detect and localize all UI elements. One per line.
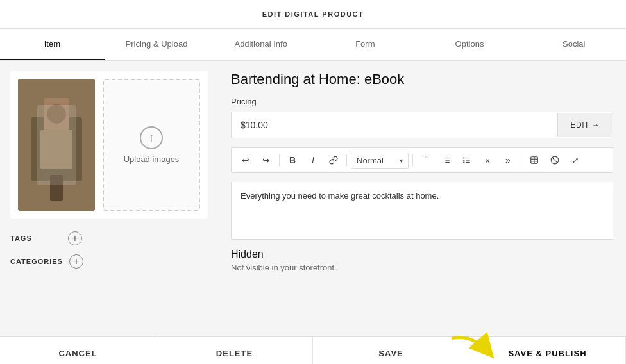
svg-rect-5 [50,175,63,201]
main-content: ↑ Upload images TAGS + CATEGORIES + Bart… [0,61,626,336]
right-panel: Bartending at Home: eBook Pricing EDIT →… [218,61,626,336]
hidden-title: Hidden [231,249,613,260]
toolbar-separator-3 [412,154,413,166]
page-header: EDIT DIGITAL PRODUCT [0,0,626,29]
pricing-section: Pricing EDIT → [231,97,613,138]
upload-box[interactable]: ↑ Upload images [103,79,200,211]
upload-text: Upload images [124,154,180,164]
link-button[interactable] [325,153,343,167]
save-publish-button[interactable]: SAVE & PUBLISH [470,337,626,364]
meta-section: TAGS + CATEGORIES + [10,231,208,269]
tags-row: TAGS + [10,231,208,245]
indent-out-button[interactable]: « [478,153,496,168]
dropdown-chevron-icon: ▾ [400,157,403,164]
tab-additional-info[interactable]: Additional Info [208,29,313,60]
svg-rect-1 [31,117,82,181]
pricing-label: Pricing [231,97,613,106]
tab-social[interactable]: Social [521,29,626,60]
bold-button[interactable]: B [283,153,301,168]
style-dropdown[interactable]: Normal ▾ [351,153,409,169]
tab-form[interactable]: Form [313,29,418,60]
svg-point-13 [464,160,464,160]
tab-bar: Item Pricing & Upload Additional Info Fo… [0,29,626,61]
unordered-list-button[interactable] [458,153,476,167]
indent-in-button[interactable]: » [499,153,517,168]
tab-options[interactable]: Options [418,29,522,60]
hidden-section: Hidden Not visible in your storefront. [231,249,613,272]
cancel-button[interactable]: CANCEL [0,337,156,364]
description-text-area[interactable]: Everything you need to make great cockta… [231,182,613,240]
svg-line-20 [552,158,557,163]
categories-label: CATEGORIES [10,258,63,265]
add-tag-button[interactable]: + [68,231,82,245]
text-toolbar: ↩ ↪ B I Normal ▾ " [231,147,613,173]
italic-button[interactable]: I [304,153,322,168]
svg-point-4 [47,104,66,124]
toolbar-separator-1 [279,154,280,166]
svg-point-14 [464,162,464,163]
save-button[interactable]: SAVE [313,337,470,364]
product-image [18,79,95,211]
tab-item[interactable]: Item [0,29,105,60]
toolbar-separator-4 [521,154,521,166]
price-row: EDIT → [231,112,613,138]
upload-icon: ↑ [140,126,163,149]
svg-rect-3 [44,98,69,130]
toolbar-separator-2 [346,154,347,166]
product-title: Bartending at Home: eBook [231,71,613,88]
style-value: Normal [357,156,384,165]
delete-button[interactable]: DELETE [156,337,313,364]
undo-button[interactable]: ↩ [237,153,255,168]
redo-button[interactable]: ↪ [257,153,275,168]
tags-label: TAGS [10,235,62,242]
clear-format-button[interactable] [546,153,564,167]
hidden-subtitle: Not visible in your storefront. [231,263,613,272]
tab-pricing-upload[interactable]: Pricing & Upload [105,29,209,60]
edit-price-button[interactable]: EDIT → [557,113,613,137]
quote-button[interactable]: " [417,152,435,169]
categories-row: CATEGORIES + [10,254,208,269]
bartending-thumbnail [18,79,95,211]
bottom-bar: CANCEL DELETE SAVE SAVE & PUBLISH [0,336,626,364]
price-input[interactable] [232,112,557,138]
add-category-button[interactable]: + [69,254,83,269]
svg-point-12 [464,158,464,158]
expand-button[interactable]: ⤢ [566,153,584,168]
ordered-list-button[interactable] [437,153,455,167]
svg-rect-2 [40,130,72,169]
table-button[interactable] [525,153,543,167]
left-panel: ↑ Upload images TAGS + CATEGORIES + [0,61,218,336]
images-area: ↑ Upload images [10,71,208,219]
